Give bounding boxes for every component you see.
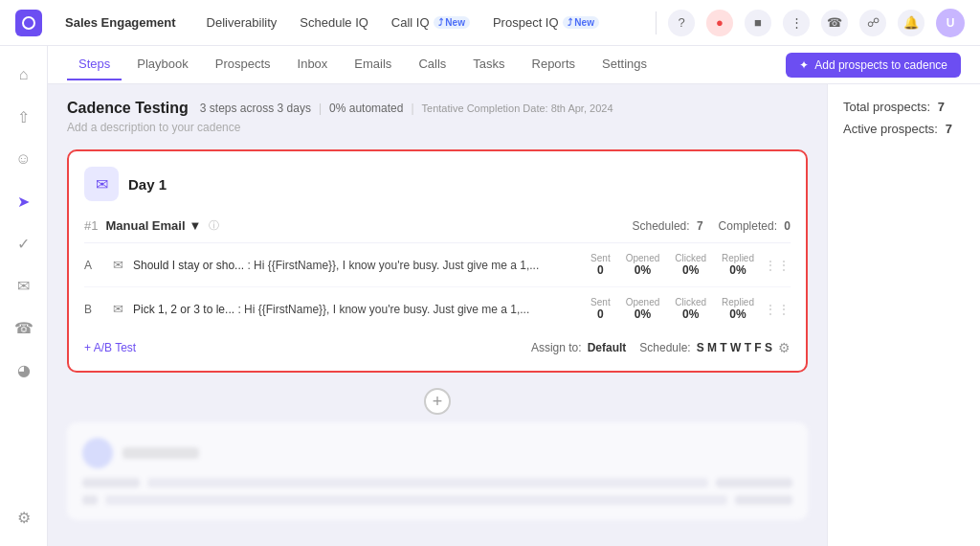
- tab-emails[interactable]: Emails: [343, 49, 403, 80]
- cadence-header: Cadence Testing 3 steps across 3 days | …: [67, 100, 808, 117]
- tab-playbook[interactable]: Playbook: [125, 49, 199, 80]
- variant-b-drag-handle[interactable]: ⋮⋮: [764, 302, 791, 317]
- sidebar-person[interactable]: ☺: [7, 142, 41, 176]
- ab-test-button[interactable]: + A/B Test: [84, 341, 136, 354]
- tab-prospects[interactable]: Prospects: [204, 49, 282, 80]
- cadence-meta: 3 steps across 3 days | 0% automated | T…: [200, 102, 613, 115]
- total-prospects-row: Total prospects: 7: [843, 100, 965, 114]
- step-stats: Scheduled: 7 Completed: 0: [633, 219, 791, 233]
- scheduled-stat: Scheduled: 7: [633, 219, 703, 233]
- main-content: Cadence Testing 3 steps across 3 days | …: [48, 84, 827, 546]
- completed-stat: Completed: 0: [719, 219, 791, 233]
- card-footer: + A/B Test Assign to: Default Schedule: …: [84, 330, 791, 355]
- doc-icon[interactable]: ☍: [859, 10, 886, 36]
- app-name: Sales Engagement: [65, 15, 176, 30]
- variant-a-drag-handle[interactable]: ⋮⋮: [764, 258, 791, 273]
- variant-a-label: A: [84, 259, 103, 272]
- nav-call-iq[interactable]: Call IQ ⤴ New: [391, 11, 470, 34]
- main-area: Steps Playbook Prospects Inbox Emails Ca…: [48, 46, 980, 546]
- tab-tasks[interactable]: Tasks: [461, 49, 516, 80]
- help-icon[interactable]: ?: [668, 10, 695, 36]
- logo: [15, 10, 42, 36]
- step-header: #1 Manual Email ▼ ⓘ Scheduled: 7: [84, 213, 791, 243]
- variant-b-replied: Replied 0%: [722, 297, 754, 321]
- call-iq-badge: ⤴ New: [434, 16, 470, 29]
- sidebar-mail[interactable]: ✉: [7, 268, 41, 303]
- tab-inbox[interactable]: Inbox: [286, 49, 340, 80]
- grid-icon[interactable]: ⋮: [783, 10, 810, 36]
- info-icon[interactable]: ⓘ: [209, 218, 219, 233]
- sidebar-check[interactable]: ✓: [7, 226, 41, 261]
- nav-items: Deliverability Schedule IQ Call IQ ⤴ New…: [207, 11, 633, 34]
- variant-a-sent: Sent 0: [590, 253, 611, 277]
- variant-b-row: B ✉ Pick 1, 2 or 3 to le... : Hi {{First…: [84, 287, 791, 330]
- chart-icon[interactable]: ■: [745, 10, 771, 36]
- bell-icon[interactable]: 🔔: [898, 10, 924, 36]
- sidebar: ⌂ ⇧ ☺ ➤ ✓ ✉ ☎ ◕ ⚙: [0, 46, 48, 546]
- headset-icon[interactable]: ☎: [821, 10, 848, 36]
- plus-icon: ✦: [799, 58, 809, 72]
- prospect-iq-badge: ⤴ New: [563, 16, 599, 29]
- variant-b-mail-icon: ✉: [113, 302, 123, 316]
- variant-b-clicked: Clicked 0%: [675, 297, 706, 321]
- cadence-description: Add a description to your cadence: [67, 121, 808, 134]
- variant-b-opened: Opened 0%: [626, 297, 660, 321]
- tab-settings[interactable]: Settings: [590, 49, 658, 80]
- tab-calls[interactable]: Calls: [407, 49, 457, 80]
- user-avatar[interactable]: U: [936, 9, 965, 37]
- variant-b-text[interactable]: Pick 1, 2 or 3 to le... : Hi {{FirstName…: [133, 303, 581, 316]
- add-step-area: +: [67, 388, 808, 415]
- step-type-dropdown[interactable]: Manual Email ▼: [105, 218, 201, 233]
- schedule-gear-icon[interactable]: ⚙: [778, 340, 791, 355]
- sidebar-settings[interactable]: ⚙: [7, 500, 41, 535]
- sidebar-upload[interactable]: ⇧: [7, 100, 41, 134]
- dropdown-arrow-icon: ▼: [189, 218, 202, 233]
- right-panel: Total prospects: 7 Active prospects: 7: [827, 84, 980, 546]
- variant-b-metrics: Sent 0 Opened 0% Clicked 0%: [590, 297, 754, 321]
- nav-prospect-iq[interactable]: Prospect IQ ⤴ New: [493, 11, 599, 34]
- nav-schedule-iq[interactable]: Schedule IQ: [300, 11, 368, 34]
- variant-a-metrics: Sent 0 Opened 0% Clicked 0%: [590, 253, 754, 277]
- day1-title: Day 1: [128, 176, 167, 193]
- add-step-button[interactable]: +: [424, 388, 451, 415]
- divider: [656, 11, 657, 34]
- tab-steps[interactable]: Steps: [67, 49, 122, 80]
- email-icon: ✉: [84, 167, 119, 201]
- nav-right: ? ● ■ ⋮ ☎ ☍ 🔔 U: [656, 9, 965, 37]
- sidebar-send[interactable]: ➤: [7, 184, 41, 218]
- variant-a-row: A ✉ Should I stay or sho... : Hi {{First…: [84, 243, 791, 287]
- add-prospects-button[interactable]: ✦ Add prospects to cadence: [786, 53, 961, 78]
- nav-deliverability[interactable]: Deliverability: [207, 11, 278, 34]
- day1-card: ✉ Day 1 #1 Manual Email ▼ ⓘ Sche: [67, 149, 808, 373]
- day1-header: ✉ Day 1: [84, 167, 791, 201]
- variant-a-text[interactable]: Should I stay or sho... : Hi {{FirstName…: [133, 259, 581, 272]
- top-nav: Sales Engagement Deliverability Schedule…: [0, 0, 980, 46]
- layout: ⌂ ⇧ ☺ ➤ ✓ ✉ ☎ ◕ ⚙ Steps Playbook Prospec…: [0, 46, 980, 546]
- user-icon[interactable]: ●: [706, 10, 733, 36]
- cadence-title: Cadence Testing: [67, 100, 189, 117]
- tentative-date: Tentative Completion Date: 8th Apr, 2024: [422, 102, 613, 114]
- variant-b-label: B: [84, 303, 103, 316]
- day2-card-blurred: [67, 422, 808, 520]
- sidebar-chart[interactable]: ◕: [7, 353, 41, 387]
- step-number: #1: [84, 218, 98, 233]
- automated-info: 0% automated: [329, 102, 403, 115]
- content-area: Cadence Testing 3 steps across 3 days | …: [48, 84, 980, 546]
- variant-a-mail-icon: ✉: [113, 258, 123, 272]
- variant-a-replied: Replied 0%: [722, 253, 754, 277]
- tab-reports[interactable]: Reports: [521, 49, 588, 80]
- active-prospects-row: Active prospects: 7: [843, 122, 965, 136]
- schedule-info: Assign to: Default Schedule: S M T W T F…: [531, 340, 791, 355]
- variant-a-clicked: Clicked 0%: [675, 253, 706, 277]
- steps-info: 3 steps across 3 days: [200, 102, 311, 115]
- variant-b-sent: Sent 0: [590, 297, 611, 321]
- sub-nav: Steps Playbook Prospects Inbox Emails Ca…: [48, 46, 980, 84]
- sidebar-home[interactable]: ⌂: [7, 57, 41, 92]
- variant-a-opened: Opened 0%: [626, 253, 660, 277]
- sidebar-phone[interactable]: ☎: [7, 310, 41, 345]
